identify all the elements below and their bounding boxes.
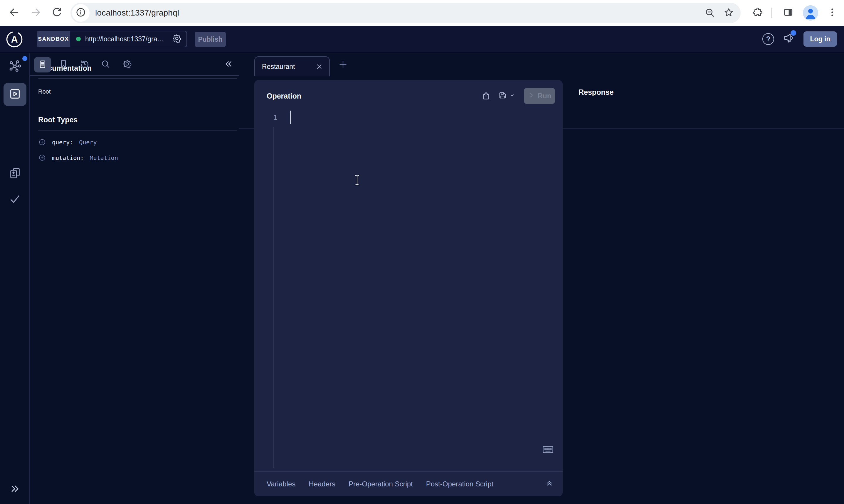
endpoint-group: SANDBOX http://localhost:1337/gra… bbox=[37, 31, 187, 47]
expand-dock-button[interactable] bbox=[545, 479, 554, 489]
root-type-row-query: query: Query bbox=[38, 138, 237, 146]
extensions-button[interactable] bbox=[751, 6, 764, 19]
page-info-icon bbox=[75, 7, 86, 19]
app-screen: localhost:1337/graphql A SANDBOX bbox=[0, 0, 844, 504]
dock-tab-headers[interactable]: Headers bbox=[309, 480, 335, 488]
expand-query-button[interactable] bbox=[38, 138, 46, 146]
sandbox-badge: SANDBOX bbox=[37, 31, 70, 47]
chevrons-left-icon bbox=[223, 59, 234, 70]
share-operation-button[interactable] bbox=[481, 91, 491, 101]
history-clock-icon bbox=[80, 59, 90, 70]
browser-back-button[interactable] bbox=[7, 6, 20, 19]
schema-graph-icon bbox=[8, 59, 22, 74]
sidebar-item-changelog[interactable] bbox=[0, 162, 30, 185]
docs-tab-bookmarks[interactable] bbox=[56, 57, 71, 72]
connection-status-dot bbox=[76, 37, 81, 41]
avatar-person-icon bbox=[803, 5, 818, 20]
kebab-menu-icon bbox=[827, 7, 838, 19]
text-cursor-pointer bbox=[353, 174, 361, 186]
endpoint-settings-button[interactable] bbox=[172, 33, 182, 44]
dock-tab-variables[interactable]: Variables bbox=[266, 480, 295, 488]
keyboard-shortcuts-button[interactable] bbox=[541, 445, 554, 455]
dock-tab-pre-operation-script[interactable]: Pre-Operation Script bbox=[349, 480, 413, 488]
root-types-title: Root Types bbox=[38, 115, 237, 124]
expand-rail-button[interactable] bbox=[0, 481, 30, 498]
field-type-link[interactable]: Mutation bbox=[90, 154, 118, 161]
schema-notification-dot bbox=[22, 56, 27, 61]
operation-editor[interactable]: 1 bbox=[254, 108, 563, 471]
bookmark-icon bbox=[58, 59, 68, 70]
docs-tab-search[interactable] bbox=[98, 57, 113, 72]
documentation-panel: Documentation Root Root Types query: Que… bbox=[30, 53, 239, 504]
collapse-docs-button[interactable] bbox=[221, 57, 236, 72]
docs-tab-documentation[interactable] bbox=[34, 57, 51, 72]
apollo-logo[interactable]: A bbox=[6, 31, 23, 48]
back-icon bbox=[8, 7, 20, 19]
field-type-link[interactable]: Query bbox=[79, 139, 97, 146]
publish-button[interactable]: Publish bbox=[195, 32, 226, 47]
text-caret bbox=[290, 111, 291, 124]
search-icon bbox=[100, 59, 110, 70]
notification-dot bbox=[791, 30, 796, 36]
browser-forward-button[interactable] bbox=[29, 6, 42, 19]
question-mark-icon: ? bbox=[766, 35, 771, 43]
changelog-diff-icon bbox=[8, 166, 22, 181]
tab-label: Restaurant bbox=[262, 63, 315, 71]
gear-icon bbox=[172, 33, 182, 44]
zoom-out-icon[interactable] bbox=[704, 7, 715, 19]
whats-new-button[interactable] bbox=[782, 32, 795, 46]
page-info-button[interactable] bbox=[72, 4, 90, 22]
left-rail bbox=[0, 53, 30, 504]
url-text[interactable]: localhost:1337/graphql bbox=[95, 3, 179, 23]
plus-icon bbox=[338, 59, 348, 70]
run-button[interactable]: Run bbox=[524, 88, 555, 104]
endpoint-url[interactable]: http://localhost:1337/gra… bbox=[85, 35, 167, 43]
run-play-icon bbox=[528, 92, 535, 100]
help-button[interactable]: ? bbox=[762, 33, 774, 45]
response-title: Response bbox=[579, 88, 614, 96]
save-floppy-icon bbox=[498, 90, 507, 102]
operation-title: Operation bbox=[266, 92, 301, 100]
profile-avatar[interactable] bbox=[803, 5, 818, 20]
forward-icon bbox=[30, 7, 41, 19]
field-name: query: bbox=[52, 139, 73, 146]
side-panel-icon bbox=[782, 7, 794, 19]
checkmark-icon bbox=[8, 192, 22, 207]
new-tab-button[interactable] bbox=[337, 59, 349, 71]
endpoint-input[interactable]: http://localhost:1337/gra… bbox=[70, 31, 187, 47]
document-icon bbox=[38, 59, 48, 70]
docs-root-item[interactable]: Root bbox=[38, 88, 51, 95]
operation-header: Operation Run bbox=[266, 88, 555, 104]
explorer-play-icon bbox=[8, 87, 22, 102]
browser-menu-button[interactable] bbox=[826, 6, 839, 19]
operation-dock: Variables Headers Pre-Operation Script P… bbox=[254, 471, 563, 497]
browser-reload-button[interactable] bbox=[51, 6, 64, 19]
apollo-toolbar: A SANDBOX http://localhost:1337/gra… Pub… bbox=[0, 26, 844, 53]
save-menu-chevron-icon bbox=[509, 92, 515, 100]
bookmark-star-icon[interactable] bbox=[723, 7, 734, 19]
field-name: mutation: bbox=[52, 154, 84, 161]
divider bbox=[38, 130, 237, 130]
extensions-puzzle-icon bbox=[752, 7, 763, 19]
toolbar-divider bbox=[771, 7, 772, 18]
keyboard-icon bbox=[542, 445, 554, 455]
sidebar-item-explorer-active[interactable] bbox=[3, 83, 27, 106]
side-panel-button[interactable] bbox=[782, 6, 795, 19]
root-type-row-mutation: mutation: Mutation bbox=[38, 154, 237, 162]
dock-tab-post-operation-script[interactable]: Post-Operation Script bbox=[426, 480, 493, 488]
divider bbox=[38, 78, 237, 79]
browser-toolbar: localhost:1337/graphql bbox=[0, 0, 844, 26]
docs-tab-history[interactable] bbox=[77, 57, 92, 72]
chevrons-right-icon bbox=[9, 483, 21, 496]
address-bar[interactable]: localhost:1337/graphql bbox=[70, 3, 741, 23]
sidebar-item-checks[interactable] bbox=[0, 188, 30, 211]
close-tab-button[interactable] bbox=[315, 62, 323, 71]
reload-icon bbox=[51, 7, 63, 19]
save-operation-button[interactable] bbox=[498, 90, 515, 102]
sidebar-item-schema[interactable] bbox=[0, 55, 30, 78]
line-number: 1 bbox=[254, 111, 277, 124]
login-button[interactable]: Log in bbox=[804, 31, 837, 47]
expand-mutation-button[interactable] bbox=[38, 154, 46, 162]
tab-restaurant[interactable]: Restaurant bbox=[254, 56, 330, 76]
docs-tab-settings[interactable] bbox=[120, 57, 135, 72]
